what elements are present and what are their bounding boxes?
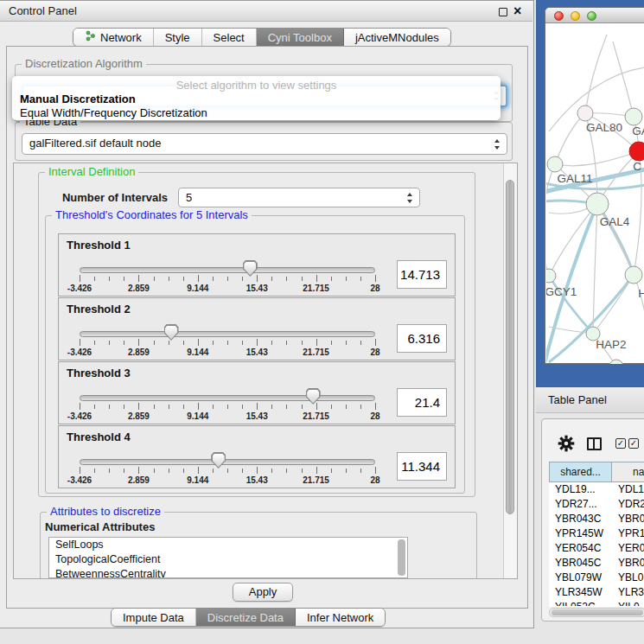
table-row[interactable]: YPR145WYPR1 — [549, 526, 644, 541]
checkbox-icon[interactable]: ✓ — [615, 438, 626, 449]
algorithm-option-manual[interactable]: Manual Discretization — [20, 92, 136, 105]
table-scrollbar-thumb[interactable] — [552, 609, 643, 615]
slider-tick — [242, 277, 243, 281]
slider-track[interactable] — [80, 459, 375, 465]
slider-tick-label: 9.144 — [187, 348, 208, 357]
column-header-shared-name[interactable]: shared... — [549, 462, 612, 482]
threshold-value-field[interactable]: 14.713 — [397, 260, 447, 289]
table-row[interactable]: YDR27...YDR2 — [549, 497, 644, 512]
tab-label: Infer Network — [307, 611, 373, 624]
tab-cyni-toolbox[interactable]: Cyni Toolbox — [257, 29, 344, 46]
attribute-list-item[interactable]: TopologicalCoefficient — [49, 552, 407, 567]
tab-style[interactable]: Style — [154, 29, 202, 46]
gear-icon[interactable] — [558, 435, 575, 452]
attributes-list-scrollbar[interactable] — [398, 539, 405, 576]
threshold-value-field[interactable]: 21.4 — [397, 388, 447, 417]
tab-infer-network[interactable]: Infer Network — [296, 609, 385, 626]
minimize-traffic-light-icon[interactable] — [571, 11, 580, 21]
slider-tick — [80, 467, 80, 474]
table-row[interactable]: YDL19...YDL1 — [549, 482, 644, 497]
slider-thumb[interactable] — [306, 388, 321, 405]
split-columns-icon[interactable] — [587, 437, 602, 450]
zoom-traffic-light-icon[interactable] — [587, 11, 596, 21]
slider-track[interactable] — [80, 395, 375, 401]
column-header-name[interactable]: na — [612, 462, 644, 482]
network-node[interactable] — [546, 269, 556, 283]
float-window-icon[interactable] — [499, 8, 507, 16]
cell-shared-name: YPR145W — [549, 526, 612, 541]
network-node[interactable] — [609, 360, 623, 364]
slider-tick-label: 9.144 — [187, 411, 208, 421]
settings-scrollbar-thumb[interactable] — [506, 180, 514, 514]
network-node[interactable] — [625, 108, 642, 125]
table-row[interactable]: YBL079WYBL0 — [549, 571, 644, 585]
cell-name: YPR1 — [612, 526, 644, 541]
number-of-intervals-combobox[interactable]: 5 — [178, 188, 420, 207]
tab-label: Impute Data — [123, 611, 184, 624]
algorithm-option-equal-width[interactable]: Equal Width/Frequency Discretization — [20, 106, 207, 119]
slider-tick — [242, 405, 243, 409]
settings-vertical-scrollbar[interactable] — [503, 163, 517, 578]
network-node-label: GCY1 — [546, 285, 577, 298]
slider-tick — [169, 405, 169, 409]
tab-label: Select — [214, 31, 245, 44]
algorithm-prompt-item[interactable]: Select algorithm to view settings — [12, 79, 501, 92]
cell-name: YLR3 — [612, 585, 644, 600]
slider-track[interactable] — [80, 331, 375, 337]
cell-name: YBL0 — [612, 571, 643, 585]
cell-name: YER0 — [612, 541, 644, 556]
slider-tick — [94, 469, 95, 473]
apply-button[interactable]: Apply — [233, 583, 293, 602]
checkbox-icon[interactable]: ✓ — [628, 438, 639, 449]
table-row[interactable]: YER054CYER0 — [549, 541, 644, 556]
numerical-attributes-list[interactable]: SelfLoopsTopologicalCoefficientBetweenne… — [48, 537, 408, 578]
threshold-value-field[interactable]: 6.316 — [397, 324, 447, 353]
table-row[interactable]: YBR043CYBR0 — [549, 512, 644, 526]
slider-tick — [227, 469, 228, 473]
close-icon[interactable]: × — [513, 3, 521, 20]
slider-tick — [346, 277, 347, 281]
slider-tick — [124, 469, 124, 473]
interval-definition-group-title: Interval Definition — [45, 166, 138, 178]
tab-jactivemnodules[interactable]: jActiveMNodules — [344, 29, 450, 46]
network-node[interactable] — [625, 266, 642, 284]
slider-tick — [242, 341, 243, 345]
attribute-list-item[interactable]: SelfLoops — [49, 538, 407, 552]
network-node[interactable] — [629, 142, 644, 161]
network-window-titlebar[interactable] — [545, 8, 644, 23]
slider-tick — [331, 405, 332, 409]
table-row[interactable]: YBR045CYBR0 — [549, 556, 644, 571]
slider-thumb[interactable] — [243, 260, 258, 277]
slider-thumb[interactable] — [164, 324, 179, 341]
network-node[interactable] — [586, 193, 609, 215]
threshold-value-field[interactable]: 11.344 — [397, 452, 447, 481]
table-row[interactable]: YLR345WYLR3 — [549, 585, 644, 600]
tab-impute-data[interactable]: Impute Data — [112, 609, 196, 626]
slider-tick — [316, 467, 317, 474]
slider-tick — [271, 405, 272, 409]
slider-thumb[interactable] — [211, 452, 226, 469]
slider-track[interactable] — [80, 267, 375, 273]
slider-tick — [331, 277, 332, 281]
slider-tick — [109, 405, 110, 409]
cell-name: YDR2 — [612, 497, 644, 512]
network-edge — [555, 113, 585, 164]
table-row[interactable]: YIL052CYIL0 — [549, 600, 644, 606]
tab-network[interactable]: Network — [73, 29, 154, 46]
cell-shared-name: YBR045C — [549, 556, 612, 571]
network-edge — [585, 35, 607, 113]
table-data-combobox[interactable]: galFiltered.sif default node — [22, 133, 507, 155]
tab-label: Network — [100, 31, 142, 44]
settings-scrollpane: Interval Definition Number of Intervals … — [13, 163, 518, 579]
slider-tick — [109, 277, 110, 281]
network-canvas[interactable]: GAL80GACGAL11GAL4GCY1HHAP2 — [546, 23, 644, 364]
close-traffic-light-icon[interactable] — [554, 11, 564, 21]
table-horizontal-scrollbar[interactable] — [549, 608, 644, 617]
network-node[interactable] — [547, 156, 563, 172]
tab-select[interactable]: Select — [202, 29, 257, 46]
attribute-list-item[interactable]: BetweennessCentrality — [49, 567, 407, 578]
network-node-label: GA — [632, 124, 644, 137]
tab-discretize-data[interactable]: Discretize Data — [196, 609, 296, 626]
network-node[interactable] — [577, 105, 593, 121]
table-rows: YDL19...YDL1YDR27...YDR2YBR043CYBR0YPR14… — [549, 482, 644, 606]
